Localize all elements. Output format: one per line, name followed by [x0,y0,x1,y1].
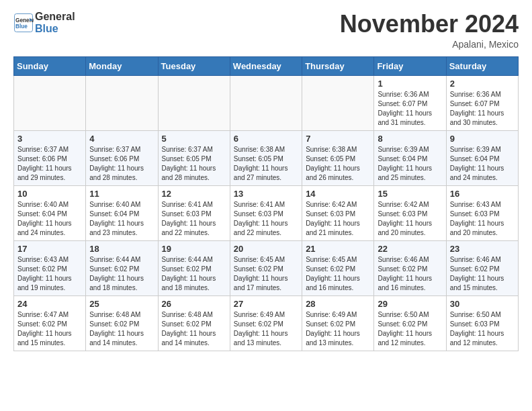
day-number: 30 [450,299,515,309]
day-number: 4 [89,134,154,144]
day-info: Sunrise: 6:42 AM Sunset: 6:03 PM Dayligh… [306,200,370,238]
day-number: 28 [306,299,370,309]
day-info: Sunrise: 6:37 AM Sunset: 6:06 PM Dayligh… [17,145,82,183]
weekday-row: SundayMondayTuesdayWednesdayThursdayFrid… [14,56,519,75]
calendar-cell: 14Sunrise: 6:42 AM Sunset: 6:03 PM Dayli… [302,185,374,240]
day-number: 17 [17,244,82,254]
calendar-cell: 20Sunrise: 6:45 AM Sunset: 6:02 PM Dayli… [230,240,302,295]
day-number: 24 [17,299,82,309]
calendar-cell [14,75,86,130]
day-number: 6 [234,134,298,144]
day-number: 1 [378,79,442,89]
day-info: Sunrise: 6:39 AM Sunset: 6:04 PM Dayligh… [450,145,515,183]
day-info: Sunrise: 6:38 AM Sunset: 6:05 PM Dayligh… [234,145,298,183]
calendar-week-row: 24Sunrise: 6:47 AM Sunset: 6:02 PM Dayli… [14,295,519,351]
day-number: 12 [162,189,226,199]
day-info: Sunrise: 6:46 AM Sunset: 6:02 PM Dayligh… [378,255,442,293]
title-area: November 2024 Apalani, Mexico [340,11,519,50]
calendar-cell: 28Sunrise: 6:49 AM Sunset: 6:02 PM Dayli… [302,295,374,351]
day-number: 23 [450,244,515,254]
calendar-cell: 10Sunrise: 6:40 AM Sunset: 6:04 PM Dayli… [14,185,86,240]
weekday-header: Thursday [302,56,374,75]
calendar-cell [86,75,158,130]
day-info: Sunrise: 6:38 AM Sunset: 6:05 PM Dayligh… [306,145,370,183]
day-number: 18 [89,244,154,254]
calendar-cell: 26Sunrise: 6:48 AM Sunset: 6:02 PM Dayli… [158,295,230,351]
day-number: 3 [17,134,82,144]
day-number: 5 [162,134,226,144]
header: General Blue General Blue November 2024 … [13,11,519,50]
calendar-cell: 2Sunrise: 6:36 AM Sunset: 6:07 PM Daylig… [446,75,518,130]
day-number: 10 [17,189,82,199]
calendar-cell: 4Sunrise: 6:37 AM Sunset: 6:06 PM Daylig… [86,130,158,185]
day-info: Sunrise: 6:50 AM Sunset: 6:02 PM Dayligh… [378,310,442,348]
calendar-cell: 15Sunrise: 6:42 AM Sunset: 6:03 PM Dayli… [374,185,446,240]
day-number: 9 [450,134,515,144]
day-number: 14 [306,189,370,199]
calendar-cell: 30Sunrise: 6:50 AM Sunset: 6:03 PM Dayli… [446,295,518,351]
calendar-cell: 21Sunrise: 6:45 AM Sunset: 6:02 PM Dayli… [302,240,374,295]
day-info: Sunrise: 6:41 AM Sunset: 6:03 PM Dayligh… [234,200,298,238]
calendar-cell: 23Sunrise: 6:46 AM Sunset: 6:02 PM Dayli… [446,240,518,295]
day-info: Sunrise: 6:39 AM Sunset: 6:04 PM Dayligh… [378,145,442,183]
day-number: 25 [89,299,154,309]
calendar-cell: 19Sunrise: 6:44 AM Sunset: 6:02 PM Dayli… [158,240,230,295]
day-info: Sunrise: 6:40 AM Sunset: 6:04 PM Dayligh… [89,200,154,238]
calendar-cell: 7Sunrise: 6:38 AM Sunset: 6:05 PM Daylig… [302,130,374,185]
day-number: 11 [89,189,154,199]
calendar-cell: 16Sunrise: 6:43 AM Sunset: 6:03 PM Dayli… [446,185,518,240]
day-number: 2 [450,79,515,89]
day-info: Sunrise: 6:50 AM Sunset: 6:03 PM Dayligh… [450,310,515,348]
day-info: Sunrise: 6:41 AM Sunset: 6:03 PM Dayligh… [162,200,226,238]
day-info: Sunrise: 6:43 AM Sunset: 6:03 PM Dayligh… [450,200,515,238]
logo-icon: General Blue [13,13,34,33]
weekday-header: Sunday [14,56,86,75]
calendar-body: 1Sunrise: 6:36 AM Sunset: 6:07 PM Daylig… [14,75,519,351]
location: Apalani, Mexico [340,39,519,50]
day-info: Sunrise: 6:40 AM Sunset: 6:04 PM Dayligh… [17,200,82,238]
day-number: 29 [378,299,442,309]
day-info: Sunrise: 6:37 AM Sunset: 6:06 PM Dayligh… [89,145,154,183]
day-info: Sunrise: 6:36 AM Sunset: 6:07 PM Dayligh… [450,90,515,128]
weekday-header: Saturday [446,56,518,75]
day-info: Sunrise: 6:36 AM Sunset: 6:07 PM Dayligh… [378,90,442,128]
calendar-cell: 13Sunrise: 6:41 AM Sunset: 6:03 PM Dayli… [230,185,302,240]
calendar-cell: 11Sunrise: 6:40 AM Sunset: 6:04 PM Dayli… [86,185,158,240]
day-number: 26 [162,299,226,309]
day-info: Sunrise: 6:42 AM Sunset: 6:03 PM Dayligh… [378,200,442,238]
calendar-cell: 18Sunrise: 6:44 AM Sunset: 6:02 PM Dayli… [86,240,158,295]
page: General Blue General Blue November 2024 … [0,0,532,362]
calendar-cell: 12Sunrise: 6:41 AM Sunset: 6:03 PM Dayli… [158,185,230,240]
calendar-cell: 22Sunrise: 6:46 AM Sunset: 6:02 PM Dayli… [374,240,446,295]
day-number: 22 [378,244,442,254]
day-info: Sunrise: 6:49 AM Sunset: 6:02 PM Dayligh… [234,310,298,348]
day-info: Sunrise: 6:48 AM Sunset: 6:02 PM Dayligh… [162,310,226,348]
calendar-cell [230,75,302,130]
calendar-cell: 1Sunrise: 6:36 AM Sunset: 6:07 PM Daylig… [374,75,446,130]
day-info: Sunrise: 6:43 AM Sunset: 6:02 PM Dayligh… [17,255,82,293]
calendar-week-row: 17Sunrise: 6:43 AM Sunset: 6:02 PM Dayli… [14,240,519,295]
weekday-header: Wednesday [230,56,302,75]
day-number: 19 [162,244,226,254]
day-number: 20 [234,244,298,254]
calendar-cell: 6Sunrise: 6:38 AM Sunset: 6:05 PM Daylig… [230,130,302,185]
svg-text:Blue: Blue [15,24,28,30]
calendar-cell: 17Sunrise: 6:43 AM Sunset: 6:02 PM Dayli… [14,240,86,295]
calendar-cell: 25Sunrise: 6:48 AM Sunset: 6:02 PM Dayli… [86,295,158,351]
weekday-header: Friday [374,56,446,75]
day-number: 27 [234,299,298,309]
day-info: Sunrise: 6:44 AM Sunset: 6:02 PM Dayligh… [89,255,154,293]
day-info: Sunrise: 6:46 AM Sunset: 6:02 PM Dayligh… [450,255,515,293]
calendar: SundayMondayTuesdayWednesdayThursdayFrid… [13,56,519,351]
calendar-week-row: 1Sunrise: 6:36 AM Sunset: 6:07 PM Daylig… [14,75,519,130]
weekday-header: Monday [86,56,158,75]
day-number: 13 [234,189,298,199]
calendar-cell [302,75,374,130]
day-info: Sunrise: 6:37 AM Sunset: 6:05 PM Dayligh… [162,145,226,183]
calendar-cell: 8Sunrise: 6:39 AM Sunset: 6:04 PM Daylig… [374,130,446,185]
day-info: Sunrise: 6:48 AM Sunset: 6:02 PM Dayligh… [89,310,154,348]
day-info: Sunrise: 6:49 AM Sunset: 6:02 PM Dayligh… [306,310,370,348]
logo-general: General [35,11,75,23]
day-info: Sunrise: 6:45 AM Sunset: 6:02 PM Dayligh… [234,255,298,293]
logo-blue: Blue [35,23,75,35]
